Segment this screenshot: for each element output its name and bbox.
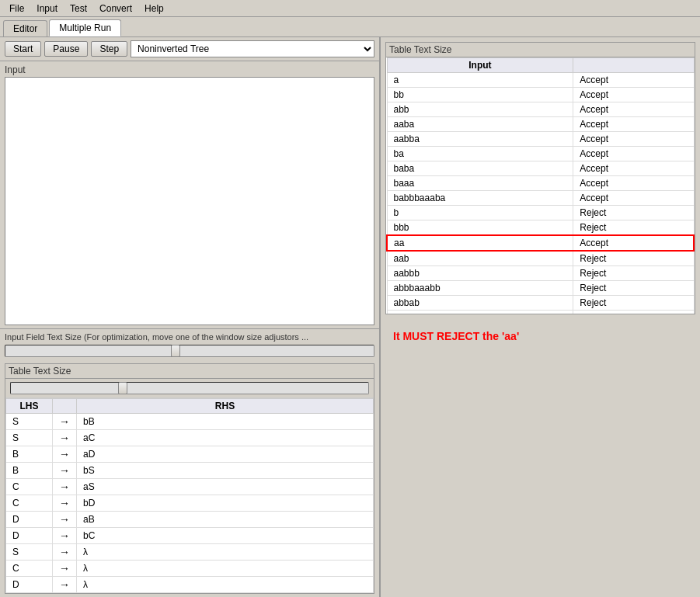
tab-multiple-run[interactable]: Multiple Run [49, 19, 121, 36]
grammar-rhs: aD [77, 446, 374, 463]
results-result: Accept [573, 176, 694, 191]
results-input: a [387, 73, 573, 88]
results-input: babbbaaaba [387, 191, 573, 206]
pause-button[interactable]: Pause [44, 41, 88, 57]
menu-convert[interactable]: Convert [93, 2, 138, 16]
grammar-rhs: aB [77, 512, 374, 528]
results-result: Accept [573, 191, 694, 206]
results-input: abbbaaabb [387, 281, 573, 296]
table-slider-track [10, 382, 369, 394]
results-input: abb [387, 102, 573, 117]
results-input: ba [387, 147, 573, 161]
grammar-arrow: → [53, 479, 77, 495]
grammar-table: LHS RHS S → bB S → aC B → aD B → bS C → … [5, 398, 374, 593]
results-row: aaba Accept [387, 117, 694, 132]
results-col-input: Input [387, 58, 573, 73]
results-row: a Accept [387, 73, 694, 88]
results-result: Accept [573, 161, 694, 176]
grammar-rhs: bS [77, 463, 374, 479]
input-slider-section: Input Field Text Size (For optimization,… [0, 328, 379, 360]
input-slider-label: Input Field Text Size (For optimization,… [5, 332, 374, 342]
grammar-row: D → aB [6, 512, 374, 528]
grammar-col-lhs: LHS [6, 399, 53, 414]
results-row: baaa Accept [387, 176, 694, 191]
grammar-arrow: → [53, 544, 77, 561]
results-table: Input a Accept bb Accept abb Accept aaba… [386, 57, 695, 314]
tabbar: Editor Multiple Run [0, 17, 700, 37]
start-button[interactable]: Start [5, 41, 41, 57]
results-row: ba Accept [387, 147, 694, 161]
results-input: bbbbbbaab [387, 311, 573, 314]
table-slider-thumb[interactable] [118, 382, 127, 394]
grammar-arrow: → [53, 512, 77, 528]
menu-test[interactable]: Test [64, 2, 93, 16]
tab-editor[interactable]: Editor [3, 20, 47, 36]
input-slider-thumb[interactable] [171, 345, 180, 357]
grammar-row: S → bB [6, 414, 374, 430]
grammar-arrow: → [53, 561, 77, 577]
results-row: baba Accept [387, 161, 694, 176]
results-header: Table Text Size [386, 43, 695, 57]
grammar-rhs: λ [77, 577, 374, 593]
grammar-rhs: aS [77, 479, 374, 495]
grammar-rhs: λ [77, 544, 374, 561]
grammar-rhs: bC [77, 528, 374, 544]
results-result: Accept [573, 102, 694, 117]
results-result: Reject [573, 266, 694, 281]
results-result: Reject [573, 311, 694, 314]
results-col-result [573, 58, 694, 73]
grammar-table-container: LHS RHS S → bB S → aC B → aD B → bS C → … [5, 398, 374, 593]
grammar-arrow: → [53, 463, 77, 479]
table-slider-row [5, 379, 374, 398]
results-result: Reject [573, 281, 694, 296]
results-result: Reject [573, 220, 694, 236]
results-row: aab Reject [387, 251, 694, 266]
results-row: b Reject [387, 206, 694, 220]
grammar-lhs: C [6, 561, 53, 577]
results-input: abbab [387, 296, 573, 311]
grammar-arrow: → [53, 495, 77, 512]
grammar-rhs: bB [77, 414, 374, 430]
mode-dropdown[interactable]: Noninverted Tree [131, 40, 374, 57]
results-row: bbb Reject [387, 220, 694, 236]
results-row: abbbaaabb Reject [387, 281, 694, 296]
input-section: Input [0, 61, 379, 328]
left-panel: Start Pause Step Noninverted Tree Input … [0, 37, 381, 597]
results-result: Reject [573, 251, 694, 266]
results-row: aa Accept [387, 235, 694, 251]
grammar-row: B → aD [6, 446, 374, 463]
main-container: Start Pause Step Noninverted Tree Input … [0, 37, 700, 597]
results-row: aabba Accept [387, 132, 694, 147]
grammar-row: C → bD [6, 495, 374, 512]
results-input: aabba [387, 132, 573, 147]
results-row: bbbbbbaab Reject [387, 311, 694, 314]
results-table-wrapper: Input a Accept bb Accept abb Accept aaba… [386, 57, 695, 314]
grammar-rhs: aC [77, 430, 374, 446]
grammar-row: D → bC [6, 528, 374, 544]
grammar-arrow: → [53, 528, 77, 544]
results-input: aa [387, 235, 573, 251]
grammar-arrow: → [53, 414, 77, 430]
grammar-arrow: → [53, 430, 77, 446]
grammar-lhs: B [6, 463, 53, 479]
results-input: bbb [387, 220, 573, 236]
results-input: aaba [387, 117, 573, 132]
results-input: aabbb [387, 266, 573, 281]
menubar: File Input Test Convert Help [0, 0, 700, 17]
grammar-row: C → aS [6, 479, 374, 495]
results-result: Accept [573, 132, 694, 147]
grammar-rhs: λ [77, 561, 374, 577]
menu-file[interactable]: File [3, 2, 30, 16]
results-row: babbbaaaba Accept [387, 191, 694, 206]
step-button[interactable]: Step [91, 41, 127, 57]
results-input: b [387, 206, 573, 220]
results-row: abbab Reject [387, 296, 694, 311]
grammar-row: B → bS [6, 463, 374, 479]
results-input: bb [387, 88, 573, 102]
results-input: baba [387, 161, 573, 176]
results-result: Reject [573, 296, 694, 311]
input-area[interactable] [5, 77, 374, 325]
menu-input[interactable]: Input [30, 2, 64, 16]
grammar-lhs: D [6, 528, 53, 544]
menu-help[interactable]: Help [138, 2, 170, 16]
